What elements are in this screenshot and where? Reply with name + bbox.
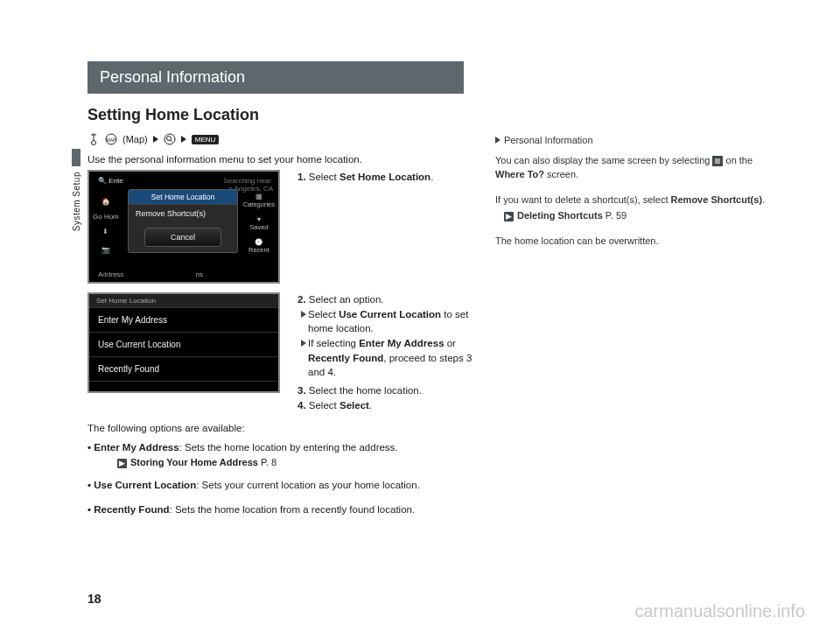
step4-tail: . <box>369 400 372 411</box>
s2s2d: Recently Found <box>308 353 383 363</box>
p2c: . <box>762 194 765 205</box>
map-label: (Map) <box>122 134 148 144</box>
sidebar-header-text: Personal Information <box>504 133 593 148</box>
saved-label: Saved <box>249 223 268 231</box>
sidebar-p1: You can also display the same screen by … <box>495 153 766 182</box>
o3b: Recently Found <box>94 504 169 515</box>
categories-label: Categories <box>243 200 275 208</box>
s2s1b: Use Current Location <box>339 309 441 320</box>
cancel-button: Cancel <box>144 228 221 247</box>
popup-menu: Set Home Location Remove Shortcut(s) Can… <box>128 189 238 253</box>
opt-recently-found: Recently Found: Sets the home location f… <box>88 502 472 517</box>
page-content: Personal Information Setting Home Locati… <box>88 61 788 588</box>
p2a: If you want to delete a shortcut(s), sel… <box>495 194 671 205</box>
s2-row-use-current: Use Current Location <box>89 333 278 357</box>
bullet-icon <box>301 311 306 318</box>
o1xb: Storing Your Home Address <box>130 457 258 467</box>
photo-icon: 📷 <box>102 246 110 254</box>
recent-label: Recent <box>248 246 270 254</box>
step4-texta: Select <box>309 400 340 411</box>
s2s1a: Select <box>308 309 339 320</box>
go-home-label: Go Hom <box>93 213 119 221</box>
sidebar-header: Personal Information <box>495 133 766 148</box>
o1b: Enter My Address <box>94 442 178 453</box>
screenshot-home-options: Set Home Location Enter My Address Use C… <box>88 292 280 393</box>
svg-point-0 <box>92 141 96 145</box>
s2-titlebar: Set Home Location <box>89 294 278 308</box>
xref-storing-home: ▶Storing Your Home Address P. 8 <box>117 455 472 470</box>
step4-num: 4. <box>298 400 306 411</box>
o1xp: P. 8 <box>258 457 276 467</box>
map-icon: MAP <box>105 133 117 145</box>
p2xp: P. 59 <box>603 210 626 221</box>
popup-title: Set Home Location <box>129 190 237 204</box>
o2b: Use Current Location <box>94 480 196 490</box>
step4-bold: Select <box>340 400 369 411</box>
step-1: 1. Select Set Home Location. <box>298 170 472 185</box>
opt-enter-my-address: Enter My Address: Sets the home location… <box>88 440 472 470</box>
step3-text: Select the home location. <box>309 385 422 396</box>
p1c: Where To? <box>495 169 544 179</box>
p1b: on the <box>723 155 752 165</box>
side-tab-label: System Setup <box>72 172 81 231</box>
sidebar-p3: The home location can be overwritten. <box>495 234 766 249</box>
watermark: carmanualsonline.info <box>634 601 805 621</box>
opt-use-current: Use Current Location: Sets your current … <box>88 478 472 493</box>
xref-icon: ▶ <box>504 212 514 221</box>
p1a: You can also display the same screen by … <box>495 155 712 165</box>
intro-text: Use the personal information menu to set… <box>88 154 472 165</box>
xref-icon: ▶ <box>117 459 127 468</box>
step1-tail: . <box>430 172 433 182</box>
step3-num: 3. <box>298 385 306 396</box>
s1-search-text: Ente <box>108 177 122 185</box>
bullet-icon <box>301 340 306 347</box>
o3t: : Sets the home location from a recently… <box>170 504 416 515</box>
s2s2b: Enter My Address <box>359 338 444 348</box>
address-label: Address <box>98 270 123 278</box>
popup-item-remove: Remove Shortcut(s) <box>129 204 237 222</box>
p2b: Remove Shortcut(s) <box>671 194 763 205</box>
home-icon: 🏠 <box>102 198 110 206</box>
s2-row-recently-found: Recently Found <box>89 357 278 382</box>
sidebar-header-icon <box>495 137 500 144</box>
step1-text: Select <box>309 172 340 182</box>
menu-bars-icon <box>712 156 723 166</box>
step1-bold: Set Home Location <box>340 172 430 182</box>
svg-text:MAP: MAP <box>107 137 117 143</box>
ns-fragment: ns <box>196 270 203 278</box>
options-block: The following options are available: Ent… <box>88 421 472 517</box>
svg-line-7 <box>171 140 172 142</box>
opts-intro: The following options are available: <box>88 421 472 436</box>
s1-searching-near: Searching near: <box>224 177 273 185</box>
down-arrow-icon: ⬇ <box>102 228 108 235</box>
screenshot-menu-popup: 🔍 Ente Searching near: s Angeles, CA 🏠 G… <box>88 170 280 284</box>
heart-icon: ♥ <box>257 215 261 223</box>
s2s2a: If selecting <box>308 338 359 348</box>
chevron-right-icon <box>153 136 158 143</box>
step-num: 1. <box>298 172 306 182</box>
chevron-right-icon <box>181 136 186 143</box>
categories-icon: ▦ <box>256 193 262 200</box>
step2-lead: Select an option. <box>309 294 384 305</box>
magnifier-icon <box>164 133 176 145</box>
step-3: 3. Select the home location. <box>298 383 472 398</box>
section-title: Setting Home Location <box>88 106 788 124</box>
clock-icon: 🕘 <box>255 238 262 246</box>
step2-num: 2. <box>298 294 306 305</box>
s2-row-enter-address: Enter My Address <box>89 308 278 333</box>
xref-deleting-shortcuts: ▶Deleting Shortcuts P. 59 <box>504 208 766 223</box>
svg-point-6 <box>166 137 171 141</box>
sidebar-p2: If you want to delete a shortcut(s), sel… <box>495 193 766 207</box>
steering-icon <box>88 133 100 145</box>
step-4: 4. Select Select. <box>298 398 472 413</box>
o2t: : Sets your current location as your hom… <box>196 480 420 490</box>
s2s2c: or <box>444 338 456 348</box>
p2xb: Deleting Shortcuts <box>517 210 603 221</box>
menu-chip: MENU <box>192 135 220 144</box>
svg-point-5 <box>164 134 175 144</box>
sidebar-notes: Personal Information You can also displa… <box>495 133 766 526</box>
p1d: screen. <box>544 169 578 179</box>
step-2: 2. Select an option. Select Use Current … <box>298 292 472 380</box>
page-number: 18 <box>88 592 102 606</box>
side-tab-accent <box>72 149 80 166</box>
